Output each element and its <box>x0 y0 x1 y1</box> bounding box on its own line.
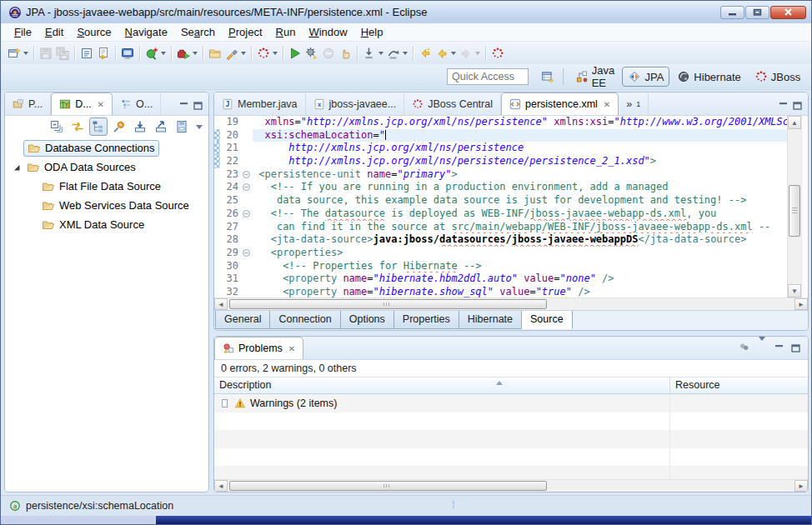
fold-collapse-icon[interactable]: – <box>242 247 253 260</box>
scroll-left-icon[interactable]: ◄ <box>214 298 228 310</box>
scroll-up-icon[interactable]: ▲ <box>788 116 801 129</box>
back-button[interactable] <box>434 45 458 62</box>
page-tab-source[interactable]: Source <box>521 311 573 329</box>
close-tab-icon[interactable]: ✕ <box>96 100 104 109</box>
expander-icon[interactable] <box>10 163 23 172</box>
dropdown-arrow-icon[interactable] <box>23 52 28 55</box>
status-drag-handle[interactable]: ⁞ <box>452 498 455 511</box>
page-tab-connection[interactable]: Connection <box>269 311 340 329</box>
close-tab-icon[interactable]: ✕ <box>602 100 610 109</box>
code-line-22[interactable]: 22 http://xmlns.jcp.org/xml/ns/persisten… <box>214 155 787 168</box>
editor-tab-memberjava[interactable]: JMember.java <box>214 93 306 115</box>
explorer-tab-d[interactable]: D...✕ <box>51 92 113 115</box>
scroll-right-icon[interactable]: ► <box>794 298 808 310</box>
run-sql-button[interactable] <box>175 45 199 62</box>
tree-item-oda-data-sources[interactable]: ODA Data Sources <box>5 158 208 177</box>
jboss-red-button[interactable] <box>255 45 279 62</box>
new-wizard-button[interactable] <box>6 45 30 62</box>
close-tab-icon[interactable]: ✕ <box>287 344 295 353</box>
code-line-28[interactable]: 28 <jta-data-source>java:jboss/datasourc… <box>214 233 787 247</box>
last-edit-button[interactable] <box>417 45 434 62</box>
vscroll-thumb[interactable] <box>789 185 800 237</box>
dropdown-arrow-icon[interactable] <box>241 52 246 55</box>
menu-item-edit[interactable]: Edit <box>38 24 70 40</box>
open-folder-button[interactable] <box>207 45 223 62</box>
editor-tab-jbossjavaee[interactable]: xjboss-javaee... <box>306 93 405 115</box>
hierarchy-button[interactable] <box>89 118 108 136</box>
code-lines[interactable]: 19 xmlns="http://xmlns.jcp.org/xml/ns/pe… <box>214 116 787 298</box>
scroll-left-icon[interactable]: ◄ <box>214 480 228 492</box>
tree-item-database-connections[interactable]: Database Connections <box>5 138 208 158</box>
hscroll-thumb[interactable] <box>229 481 547 491</box>
explorer-tab-p[interactable]: P... <box>5 93 51 115</box>
fold-collapse-icon[interactable]: – <box>242 168 253 182</box>
tab-overflow-indicator[interactable]: »1 <box>619 93 649 115</box>
menu-item-source[interactable]: Source <box>70 24 118 40</box>
editor-tab-jbosscentral[interactable]: JBoss Central <box>404 93 501 115</box>
menu-item-help[interactable]: Help <box>354 24 390 40</box>
perspective-jboss[interactable]: JBoss <box>749 67 806 87</box>
fold-collapse-icon[interactable]: – <box>242 208 253 221</box>
maximize-view-icon[interactable] <box>790 344 801 353</box>
save-blue-button[interactable] <box>173 118 191 136</box>
minimize-view-icon[interactable] <box>774 344 784 353</box>
tree-item-flat-file-data-source[interactable]: Flat File Data Source <box>5 177 208 196</box>
save-button[interactable] <box>38 45 54 62</box>
column-resource[interactable]: Resource <box>670 378 808 393</box>
code-line-24[interactable]: 24– <!-- If you are running in a product… <box>214 181 787 194</box>
code-line-27[interactable]: 27 can find it in the source at src/main… <box>214 221 787 234</box>
paintbrush-button[interactable] <box>223 45 248 62</box>
code-line-30[interactable]: 30 <!-- Properties for Hibernate --> <box>214 260 787 273</box>
menu-item-run[interactable]: Run <box>269 24 303 40</box>
maximize-view-icon[interactable] <box>792 101 803 110</box>
expand-row-icon[interactable] <box>223 400 227 407</box>
editor-vertical-scrollbar[interactable]: ▲ ▼ <box>787 116 801 298</box>
fold-collapse-icon[interactable]: – <box>242 181 253 194</box>
code-line-25[interactable]: 25 data source, this example data source… <box>214 194 787 208</box>
link-editor-button[interactable] <box>68 118 87 136</box>
editor-horizontal-scrollbar[interactable]: ◄ ► <box>214 298 808 310</box>
scroll-down-icon[interactable]: ▼ <box>788 284 801 298</box>
minimize-view-icon[interactable] <box>178 101 189 110</box>
code-line-29[interactable]: 29– <properties> <box>214 247 787 260</box>
title-bar[interactable]: JPA - jboss-javaee-webapp/src/main/resou… <box>1 1 811 23</box>
save-all-button[interactable] <box>54 45 71 62</box>
step-into-button[interactable] <box>361 45 385 62</box>
stop-button[interactable] <box>320 45 337 62</box>
open-perspective-button[interactable] <box>539 68 557 86</box>
code-line-19[interactable]: 19 xmlns="http://xmlns.jcp.org/xml/ns/pe… <box>214 116 787 129</box>
column-description[interactable]: Description <box>214 378 670 393</box>
perspective-java-ee[interactable]: Java EE <box>569 61 621 92</box>
overview-ruler[interactable] <box>801 116 808 298</box>
perspective-jpa[interactable]: JPA <box>622 67 669 87</box>
page-tab-hibernate[interactable]: Hibernate <box>459 311 522 329</box>
dropdown-arrow-icon[interactable] <box>451 52 456 55</box>
maximize-view-icon[interactable] <box>193 101 203 110</box>
page-tab-options[interactable]: Options <box>340 311 394 329</box>
minimize-window-icon[interactable] <box>720 6 744 19</box>
quick-access-input[interactable] <box>447 68 529 85</box>
code-line-31[interactable]: 31 <property name="hibernate.hbm2ddl.aut… <box>214 272 787 286</box>
view-menu-icon[interactable] <box>756 341 768 356</box>
step-over-button[interactable] <box>385 45 409 62</box>
restore-window-icon[interactable] <box>745 6 769 19</box>
import-button[interactable] <box>131 118 149 136</box>
connect-button[interactable] <box>110 118 128 136</box>
dropdown-arrow-icon[interactable] <box>161 52 166 55</box>
tree-item-xml-data-source[interactable]: XML Data Source <box>5 215 208 234</box>
dropdown-arrow-icon[interactable] <box>378 52 383 55</box>
code-line-23[interactable]: 23– <persistence-unit name="primary"> <box>214 168 787 182</box>
code-line-21[interactable]: 21 http://xmlns.jcp.org/xml/ns/persisten… <box>214 142 787 155</box>
dropdown-arrow-icon[interactable] <box>403 52 408 55</box>
new-sql-button[interactable] <box>143 45 168 62</box>
run-button[interactable] <box>287 45 303 62</box>
mark-occurrences-button[interactable] <box>78 45 95 62</box>
dropdown-arrow-icon[interactable] <box>273 52 278 55</box>
console-button[interactable] <box>119 45 136 62</box>
pointer-button[interactable] <box>337 45 353 62</box>
code-line-32[interactable]: 32 <property name="hibernate.show_sql" v… <box>214 286 787 298</box>
dropdown-arrow-icon[interactable] <box>475 52 480 55</box>
jboss-red-button[interactable] <box>489 45 506 62</box>
editor-tab-persistencexml[interactable]: persistence.xml✕ <box>501 92 619 115</box>
minimize-view-icon[interactable] <box>778 101 789 110</box>
